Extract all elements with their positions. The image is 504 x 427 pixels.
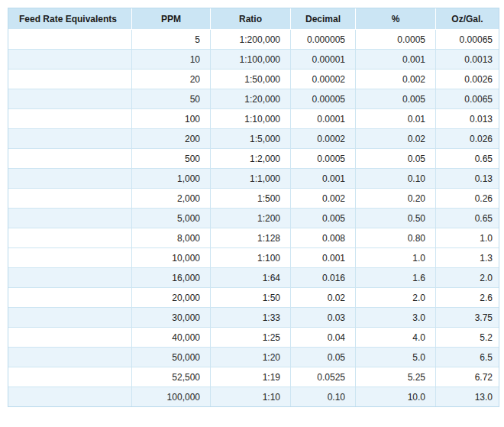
cell-decimal: 0.10 xyxy=(291,387,356,406)
table-row: 5,0001:2000.0050.500.65 xyxy=(8,209,499,228)
cell-ozgal: 0.00065 xyxy=(436,30,499,50)
table-row: 8,0001:1280.0080.801.0 xyxy=(8,228,499,248)
cell-ratio: 1:500 xyxy=(211,189,291,209)
cell-ozgal: 0.0013 xyxy=(436,50,499,70)
table-body: 51:200,0000.0000050.00050.00065101:100,0… xyxy=(8,30,499,406)
cell-ozgal: 0.013 xyxy=(436,109,499,129)
table-row: 1001:10,0000.00010.010.013 xyxy=(8,109,499,129)
cell-ozgal: 1.3 xyxy=(436,248,499,268)
cell-ratio: 1:64 xyxy=(211,268,291,288)
column-header-title: Feed Rate Equivalents xyxy=(8,8,132,30)
cell-ppm: 8,000 xyxy=(132,228,211,248)
cell-ratio: 1:20 xyxy=(211,348,291,367)
cell-label xyxy=(8,149,132,169)
cell-decimal: 0.0525 xyxy=(291,367,356,387)
feed-rate-equivalents-table: Feed Rate Equivalents PPM Ratio Decimal … xyxy=(8,8,499,407)
cell-percent: 1.6 xyxy=(356,268,436,288)
cell-percent: 0.01 xyxy=(356,109,436,129)
cell-ppm: 40,000 xyxy=(132,328,211,348)
cell-ppm: 100,000 xyxy=(132,387,211,406)
cell-percent: 0.0005 xyxy=(356,30,436,50)
cell-label xyxy=(8,129,132,149)
cell-ppm: 5 xyxy=(132,30,211,50)
table-row: 16,0001:640.0161.62.0 xyxy=(8,268,499,288)
cell-label xyxy=(8,89,132,109)
cell-percent: 5.0 xyxy=(356,348,436,367)
cell-percent: 0.80 xyxy=(356,228,436,248)
cell-label xyxy=(8,228,132,248)
cell-ppm: 50,000 xyxy=(132,348,211,367)
cell-ppm: 1,000 xyxy=(132,169,211,189)
cell-decimal: 0.00001 xyxy=(291,50,356,70)
cell-decimal: 0.00002 xyxy=(291,70,356,89)
cell-label xyxy=(8,367,132,387)
cell-percent: 0.005 xyxy=(356,89,436,109)
cell-decimal: 0.001 xyxy=(291,248,356,268)
cell-decimal: 0.03 xyxy=(291,308,356,328)
cell-ozgal: 0.13 xyxy=(436,169,499,189)
cell-percent: 1.0 xyxy=(356,248,436,268)
cell-percent: 0.05 xyxy=(356,149,436,169)
cell-decimal: 0.0001 xyxy=(291,109,356,129)
cell-decimal: 0.00005 xyxy=(291,89,356,109)
table-row: 52,5001:190.05255.256.72 xyxy=(8,367,499,387)
cell-ratio: 1:1,000 xyxy=(211,169,291,189)
cell-ratio: 1:128 xyxy=(211,228,291,248)
cell-ppm: 50 xyxy=(132,89,211,109)
cell-label xyxy=(8,387,132,406)
cell-label xyxy=(8,328,132,348)
cell-ozgal: 1.0 xyxy=(436,228,499,248)
cell-ppm: 5,000 xyxy=(132,209,211,228)
table-row: 101:100,0000.000010.0010.0013 xyxy=(8,50,499,70)
table-row: 501:20,0000.000050.0050.0065 xyxy=(8,89,499,109)
table-row: 50,0001:200.055.06.5 xyxy=(8,348,499,367)
cell-ratio: 1:20,000 xyxy=(211,89,291,109)
cell-ratio: 1:50,000 xyxy=(211,70,291,89)
cell-percent: 2.0 xyxy=(356,288,436,308)
cell-ozgal: 0.026 xyxy=(436,129,499,149)
cell-ozgal: 2.6 xyxy=(436,288,499,308)
cell-ozgal: 0.0026 xyxy=(436,70,499,89)
cell-decimal: 0.002 xyxy=(291,189,356,209)
column-header-percent: % xyxy=(356,8,436,30)
header-row: Feed Rate Equivalents PPM Ratio Decimal … xyxy=(8,8,499,30)
cell-ozgal: 0.65 xyxy=(436,209,499,228)
cell-decimal: 0.05 xyxy=(291,348,356,367)
cell-label xyxy=(8,70,132,89)
cell-ppm: 16,000 xyxy=(132,268,211,288)
cell-percent: 0.001 xyxy=(356,50,436,70)
cell-ratio: 1:100 xyxy=(211,248,291,268)
cell-ratio: 1:5,000 xyxy=(211,129,291,149)
cell-ratio: 1:50 xyxy=(211,288,291,308)
cell-percent: 5.25 xyxy=(356,367,436,387)
cell-ratio: 1:200,000 xyxy=(211,30,291,50)
cell-ozgal: 0.0065 xyxy=(436,89,499,109)
cell-label xyxy=(8,169,132,189)
cell-decimal: 0.000005 xyxy=(291,30,356,50)
cell-percent: 0.20 xyxy=(356,189,436,209)
cell-label xyxy=(8,308,132,328)
cell-ozgal: 6.72 xyxy=(436,367,499,387)
cell-ratio: 1:2,000 xyxy=(211,149,291,169)
table-row: 2001:5,0000.00020.020.026 xyxy=(8,129,499,149)
column-header-ppm: PPM xyxy=(132,8,211,30)
table-row: 30,0001:330.033.03.75 xyxy=(8,308,499,328)
table-row: 5001:2,0000.00050.050.65 xyxy=(8,149,499,169)
cell-ppm: 500 xyxy=(132,149,211,169)
cell-percent: 0.50 xyxy=(356,209,436,228)
cell-label xyxy=(8,288,132,308)
cell-ppm: 2,000 xyxy=(132,189,211,209)
cell-ozgal: 2.0 xyxy=(436,268,499,288)
cell-decimal: 0.02 xyxy=(291,288,356,308)
table-row: 51:200,0000.0000050.00050.00065 xyxy=(8,30,499,50)
cell-decimal: 0.001 xyxy=(291,169,356,189)
page: Feed Rate Equivalents PPM Ratio Decimal … xyxy=(0,0,504,427)
cell-decimal: 0.016 xyxy=(291,268,356,288)
cell-ppm: 100 xyxy=(132,109,211,129)
table-row: 1,0001:1,0000.0010.100.13 xyxy=(8,169,499,189)
cell-ozgal: 6.5 xyxy=(436,348,499,367)
cell-percent: 3.0 xyxy=(356,308,436,328)
cell-ratio: 1:25 xyxy=(211,328,291,348)
cell-decimal: 0.008 xyxy=(291,228,356,248)
cell-percent: 0.002 xyxy=(356,70,436,89)
